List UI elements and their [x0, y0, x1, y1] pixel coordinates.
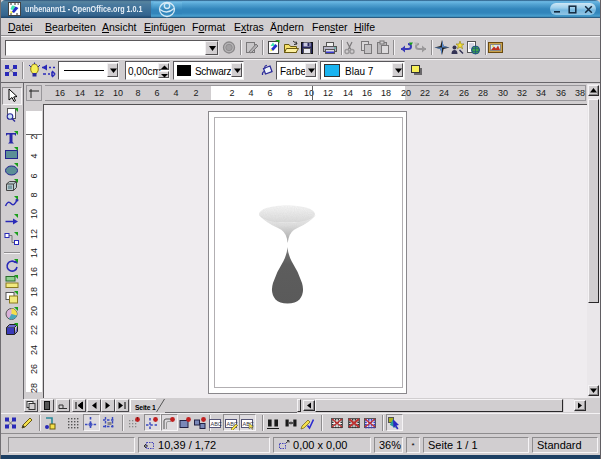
svg-text:ABC: ABC [211, 421, 222, 427]
